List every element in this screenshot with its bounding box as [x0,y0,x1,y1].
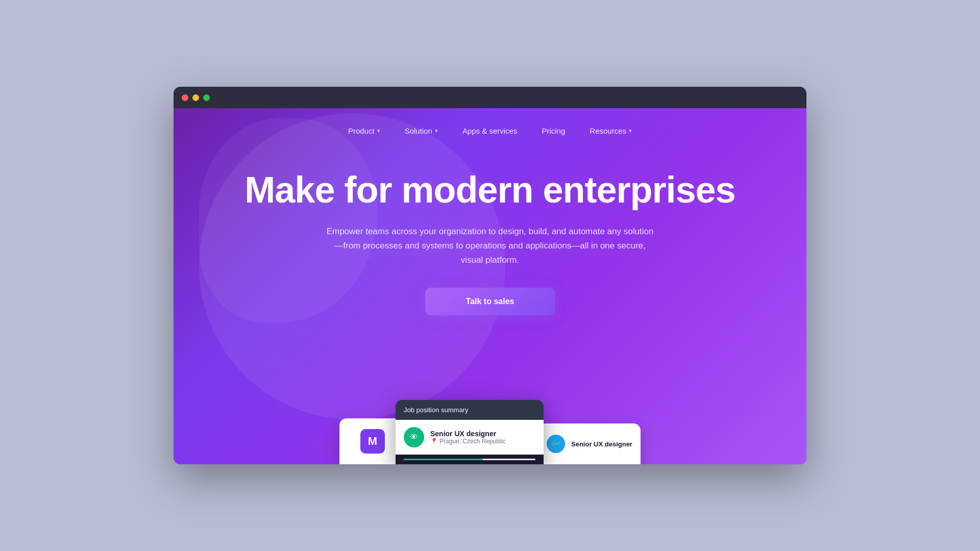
card-center-header: Job position summary [396,400,544,420]
minimize-button[interactable] [192,94,199,101]
app-icon-m: M [360,429,385,454]
hero-subtitle: Empower teams across your organization t… [324,224,656,267]
twitter-icon: 🐦 [547,435,565,453]
nav-item-pricing[interactable]: Pricing [531,122,575,139]
eye-icon: 👁 [410,433,418,442]
job-title: Senior UX designer [430,430,505,438]
nav-item-product[interactable]: Product ▾ [338,122,390,139]
browser-window: Product ▾ Solution ▾ Apps & services Pri… [174,87,806,464]
progress-bar [404,459,535,460]
nav-item-resources[interactable]: Resources ▾ [579,122,642,139]
twitter-logo: 🐦 [551,439,561,449]
maximize-button[interactable] [203,94,210,101]
card-center-body: 👁 Senior UX designer 📍 Prague, Czech Rep… [396,420,544,455]
hero-section: Make for modern enterprises Empower team… [174,149,806,315]
hero-title: Make for modern enterprises [184,170,796,210]
chevron-down-icon: ▾ [377,128,380,134]
close-button[interactable] [182,94,188,101]
card-center-job-summary: Job position summary 👁 Senior UX designe… [396,400,544,464]
job-location: 📍 Prague, Czech Republic [430,438,505,445]
traffic-lights [182,94,210,101]
bottom-cards-area: M Job position summary 👁 Senior UX desig… [174,400,806,464]
card-right: 🐦 Senior UX designer [538,423,641,464]
nav-item-solution[interactable]: Solution ▾ [395,122,448,139]
main-nav: Product ▾ Solution ▾ Apps & services Pri… [174,108,806,149]
chevron-down-icon: ▾ [629,128,632,134]
card-right-label: Senior UX designer [571,440,632,448]
browser-titlebar [174,87,806,108]
chevron-down-icon: ▾ [435,128,438,134]
job-icon: 👁 [404,427,424,447]
progress-fill [404,459,483,460]
nav-item-apps-services[interactable]: Apps & services [452,122,528,139]
browser-content: Product ▾ Solution ▾ Apps & services Pri… [174,108,806,464]
talk-to-sales-button[interactable]: Talk to sales [425,288,555,315]
job-info: Senior UX designer 📍 Prague, Czech Repub… [430,430,505,445]
location-icon: 📍 [430,438,438,445]
